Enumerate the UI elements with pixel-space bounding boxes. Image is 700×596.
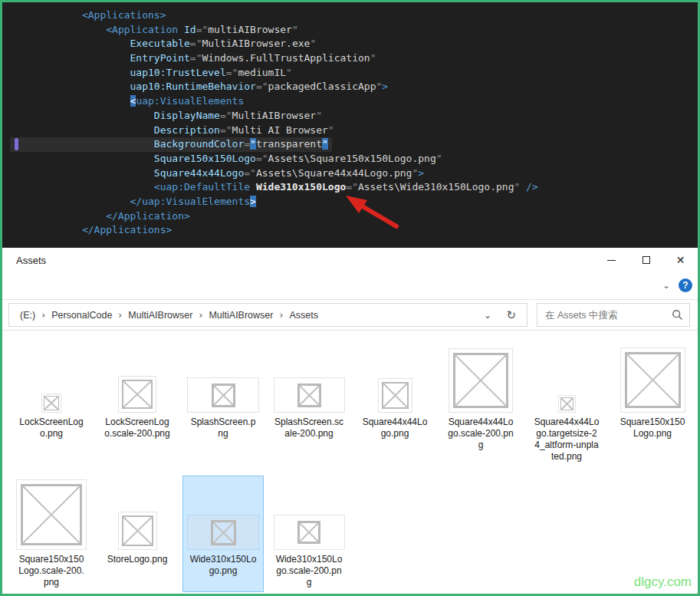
file-name-label: Square44x44Logo.scale-200.png xyxy=(441,417,521,451)
search-icon xyxy=(672,309,683,321)
broken-image-placeholder-icon xyxy=(211,520,236,545)
file-cell: Square44x44Logo.targetsize-24_altform-un… xyxy=(524,343,610,466)
file-thumbnail xyxy=(449,348,513,413)
file-thumbnail xyxy=(187,515,259,550)
breadcrumb-item[interactable]: PersonalCode xyxy=(47,310,117,321)
breadcrumb-item[interactable]: Assets xyxy=(284,310,323,321)
broken-image-placeholder-icon xyxy=(122,515,153,546)
broken-image-placeholder-icon xyxy=(21,484,82,545)
code-line[interactable]: Executable="MultiAIBrowser.exe" xyxy=(10,37,698,51)
breadcrumb-item[interactable]: MultiAIBrowser xyxy=(204,310,278,321)
file-cell: SplashScreen.scale-200.png xyxy=(266,343,352,466)
file-cell: Wide310x150Logo.png xyxy=(180,476,266,592)
code-line[interactable]: </uap:VisualElements> xyxy=(10,195,698,209)
minimize-button[interactable] xyxy=(594,248,629,272)
address-dropdown-chevron-icon[interactable]: ⌄ xyxy=(484,310,491,321)
breadcrumb: (E:)›PersonalCode›MultiAIBrowser›MultiAI… xyxy=(15,309,323,321)
broken-image-placeholder-icon xyxy=(625,352,681,408)
broken-image-placeholder-icon xyxy=(453,353,508,408)
breadcrumb-item[interactable]: MultiAIBrowser xyxy=(123,310,197,321)
file-cell: Square150x150Logo.scale-200.png xyxy=(8,476,94,592)
code-line[interactable]: Square44x44Logo="Assets\Square44x44Logo.… xyxy=(10,166,698,181)
file-name-label: Square150x150Logo.png xyxy=(613,417,692,440)
watermark: dlgcy.com xyxy=(634,575,692,590)
file-item[interactable]: LockScreenLogo.scale-200.png xyxy=(97,343,178,466)
breadcrumb-item[interactable]: (E:) xyxy=(15,310,40,321)
file-thumbnail xyxy=(118,376,156,413)
breadcrumb-separator-icon: › xyxy=(197,309,204,321)
breadcrumb-separator-icon: › xyxy=(40,309,47,321)
broken-image-placeholder-icon xyxy=(297,521,320,544)
file-explorer-window: Assets ✕ ⌄ ? (E:)›PersonalCode›MultiAIBr… xyxy=(2,248,698,594)
file-thumbnail xyxy=(274,377,345,413)
xml-code-editor[interactable]: <Applications> <Application Id="multiAIB… xyxy=(2,2,698,248)
file-item[interactable]: Square44x44Logo.targetsize-24_altform-un… xyxy=(526,343,607,466)
refresh-icon[interactable]: ↻ xyxy=(506,308,516,322)
broken-image-placeholder-icon xyxy=(560,397,573,410)
file-cell: StoreLogo.png xyxy=(94,476,180,592)
code-line[interactable]: BackgroundColor="transparent" xyxy=(10,137,698,152)
file-item[interactable]: Square150x150Logo.scale-200.png xyxy=(11,476,92,592)
maximize-icon xyxy=(642,256,650,264)
file-cell: Square150x150Logo.png xyxy=(610,343,695,466)
broken-image-placeholder-icon xyxy=(44,396,59,410)
file-cell: LockScreenLogo.png xyxy=(8,343,94,466)
file-row-1: LockScreenLogo.pngLockScreenLogo.scale-2… xyxy=(2,343,698,466)
file-cell: Wide310x150Logo.scale-200.png xyxy=(266,476,352,592)
file-thumbnail xyxy=(16,479,87,550)
file-cell: LockScreenLogo.scale-200.png xyxy=(94,343,180,466)
code-line[interactable]: uap10:TrustLevel="mediumIL" xyxy=(10,66,698,81)
close-icon: ✕ xyxy=(676,255,685,265)
file-item[interactable]: Wide310x150Logo.scale-200.png xyxy=(268,476,350,592)
code-line[interactable]: <uap:DefaultTile Wide310x150Logo="Assets… xyxy=(10,180,698,195)
file-name-label: Square150x150Logo.scale-200.png xyxy=(12,554,91,588)
file-item[interactable]: Square44x44Logo.png xyxy=(354,343,435,466)
search-input[interactable] xyxy=(537,304,668,326)
address-bar[interactable]: (E:)›PersonalCode›MultiAIBrowser›MultiAI… xyxy=(8,303,527,327)
breadcrumb-separator-icon: › xyxy=(117,309,123,321)
code-line[interactable]: Square150x150Logo="Assets\Square150x150L… xyxy=(10,152,698,166)
file-name-label: Square44x44Logo.png xyxy=(355,417,435,440)
file-thumbnail xyxy=(558,395,576,413)
broken-image-placeholder-icon xyxy=(382,382,409,409)
close-button[interactable]: ✕ xyxy=(663,248,698,272)
file-item[interactable]: Wide310x150Logo.png xyxy=(182,476,264,592)
window-title: Assets xyxy=(16,255,46,266)
file-thumbnail xyxy=(620,347,685,413)
code-line[interactable]: <uap:VisualElements xyxy=(10,94,698,109)
current-line-indicator xyxy=(15,138,18,150)
file-thumbnail xyxy=(378,378,412,413)
file-thumbnail xyxy=(274,515,345,550)
file-item[interactable]: Square44x44Logo.scale-200.png xyxy=(440,343,521,466)
file-name-label: StoreLogo.png xyxy=(97,554,177,565)
file-row-2: Square150x150Logo.scale-200.pngStoreLogo… xyxy=(2,476,698,592)
ribbon-expand-chevron-icon[interactable]: ⌄ xyxy=(661,280,672,291)
address-band: (E:)›PersonalCode›MultiAIBrowser›MultiAI… xyxy=(2,300,698,331)
broken-image-placeholder-icon xyxy=(212,384,235,407)
file-cell: Square44x44Logo.scale-200.png xyxy=(438,343,524,466)
code-line[interactable]: EntryPoint="Windows.FullTrustApplication… xyxy=(10,51,698,66)
file-name-label: SplashScreen.scale-200.png xyxy=(269,417,349,440)
maximize-button[interactable] xyxy=(629,248,663,272)
help-icon[interactable]: ? xyxy=(679,278,692,292)
code-line[interactable]: uap10:RuntimeBehavior="packagedClassicAp… xyxy=(10,80,698,94)
file-cell: SplashScreen.png xyxy=(180,343,266,466)
code-line[interactable]: <Applications> xyxy=(10,8,698,23)
file-item[interactable]: LockScreenLogo.png xyxy=(11,343,92,466)
file-item[interactable]: Square150x150Logo.png xyxy=(612,343,693,466)
file-item[interactable]: SplashScreen.scale-200.png xyxy=(268,343,350,466)
code-line[interactable]: DisplayName="MultiAIBrowser" xyxy=(10,109,698,123)
file-item[interactable]: SplashScreen.png xyxy=(182,343,264,466)
code-line[interactable]: </Application> xyxy=(10,209,698,224)
file-cell: Square44x44Logo.png xyxy=(352,343,438,466)
code-line[interactable]: Description="Multi AI Browser" xyxy=(10,123,698,138)
file-grid: LockScreenLogo.pngLockScreenLogo.scale-2… xyxy=(2,343,698,596)
file-name-label: Square44x44Logo.targetsize-24_altform-un… xyxy=(527,417,606,463)
file-name-label: Wide310x150Logo.png xyxy=(183,554,263,577)
file-item[interactable]: StoreLogo.png xyxy=(97,476,178,592)
code-line[interactable]: </Applications> xyxy=(10,223,698,238)
file-name-label: LockScreenLogo.png xyxy=(12,417,91,440)
breadcrumb-separator-icon: › xyxy=(278,309,284,321)
screenshot-root: <Applications> <Application Id="multiAIB… xyxy=(0,0,700,596)
code-line[interactable]: <Application Id="multiAIBrowser" xyxy=(10,23,698,38)
